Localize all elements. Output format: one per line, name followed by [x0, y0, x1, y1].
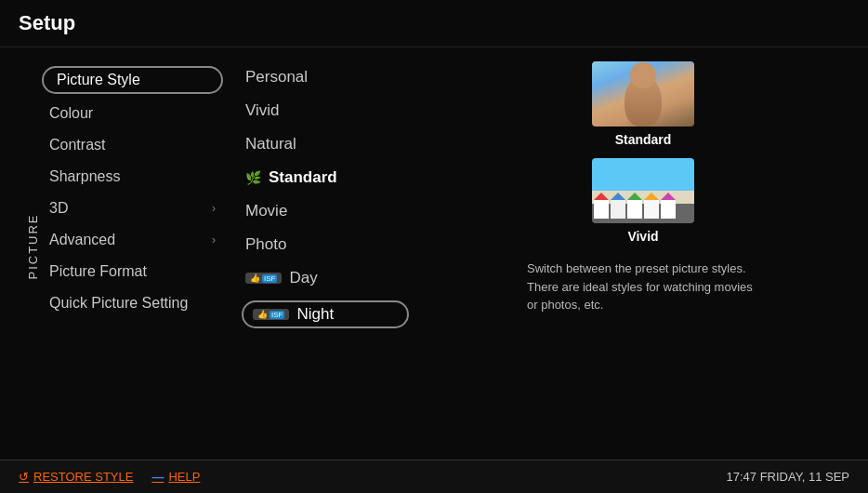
option-natural[interactable]: Natural: [242, 133, 409, 155]
restore-label: RESTORE STYLE: [33, 470, 133, 484]
menu-item-sharpness[interactable]: Sharpness: [42, 165, 223, 189]
menu-item-label: Advanced: [49, 232, 115, 248]
menu-item-label: Colour: [49, 105, 93, 122]
option-vivid[interactable]: Vivid: [242, 100, 409, 122]
menu-item-advanced[interactable]: Advanced ›: [42, 228, 223, 252]
help-button[interactable]: — HELP: [151, 470, 200, 484]
vivid-label: Vivid: [627, 229, 658, 244]
menu-item-quick-picture-setting[interactable]: Quick Picture Setting: [42, 291, 223, 315]
ambilight-icon: 👍: [250, 273, 260, 283]
option-personal[interactable]: Personal: [242, 66, 409, 88]
chevron-right-icon: ›: [212, 202, 216, 215]
footer-left: ↺ RESTORE STYLE — HELP: [19, 470, 200, 484]
restore-style-button[interactable]: ↺ RESTORE STYLE: [19, 470, 133, 484]
page-title: Setup: [0, 0, 868, 47]
option-night[interactable]: 👍 ISF Night: [242, 300, 409, 328]
main-content: Picture Style Colour Contrast Sharpness …: [0, 47, 868, 456]
middle-menu: Personal Vivid Natural 🌿 Standard Movie …: [232, 47, 418, 456]
menu-item-colour[interactable]: Colour: [42, 101, 223, 126]
menu-item-label: Picture Format: [49, 263, 147, 280]
left-menu: Picture Style Colour Contrast Sharpness …: [19, 47, 232, 456]
footer-time: 17:47 FRIDAY, 11 SEP: [727, 470, 849, 484]
ambilight-badge: 👍 ISF: [245, 273, 282, 284]
menu-item-3d[interactable]: 3D ›: [42, 196, 223, 220]
preview-vivid: [592, 158, 694, 223]
menu-item-picture-format[interactable]: Picture Format: [42, 260, 223, 284]
option-label: Photo: [245, 235, 286, 254]
ambilight-icon: 👍: [257, 310, 268, 319]
right-panel: Standard: [418, 47, 868, 456]
restore-icon: ↺: [19, 470, 29, 484]
option-label: Standard: [269, 168, 337, 187]
description-text: Switch between the preset picture styles…: [527, 260, 759, 314]
menu-item-picture-style[interactable]: Picture Style: [42, 66, 223, 94]
option-label: Natural: [245, 135, 296, 153]
option-label: Night: [296, 305, 334, 324]
sidebar-label: Picture: [26, 213, 40, 279]
option-photo[interactable]: Photo: [242, 233, 409, 256]
dash-icon: —: [151, 470, 164, 484]
option-standard[interactable]: 🌿 Standard: [242, 167, 409, 189]
menu-item-label: 3D: [49, 200, 68, 217]
footer: ↺ RESTORE STYLE — HELP 17:47 FRIDAY, 11 …: [0, 460, 868, 493]
option-label: Vivid: [245, 101, 280, 120]
help-label: HELP: [168, 470, 200, 484]
menu-item-label: Picture Style: [57, 72, 140, 88]
option-day[interactable]: 👍 ISF Day: [242, 267, 409, 289]
option-movie[interactable]: Movie: [242, 200, 409, 222]
option-label: Day: [289, 269, 317, 287]
leaf-icon: 🌿: [245, 170, 261, 185]
option-label: Personal: [245, 68, 308, 87]
standard-label: Standard: [615, 132, 672, 147]
chevron-right-icon: ›: [212, 233, 216, 246]
menu-item-label: Contrast: [49, 137, 105, 153]
menu-item-label: Sharpness: [49, 168, 121, 185]
option-label: Movie: [245, 202, 287, 220]
ambilight-badge: 👍 ISF: [253, 309, 289, 320]
menu-item-label: Quick Picture Setting: [49, 295, 188, 312]
menu-item-contrast[interactable]: Contrast: [42, 133, 223, 157]
preview-standard: [592, 61, 694, 127]
